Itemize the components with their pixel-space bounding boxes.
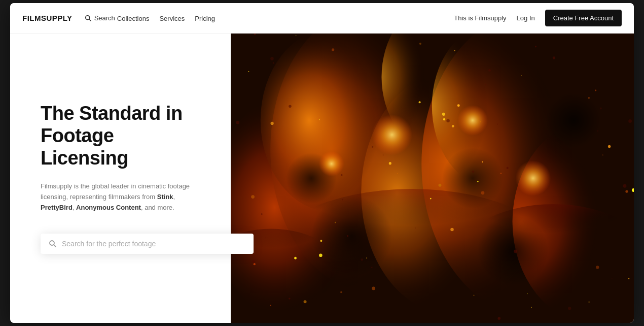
- nav-create-account-button[interactable]: Create Free Account: [545, 10, 622, 26]
- svg-line-3: [54, 245, 56, 247]
- nav-login[interactable]: Log In: [517, 14, 535, 22]
- nav-search-trigger[interactable]: Search: [85, 14, 115, 22]
- hero-heading: The Standard in Footage Licensing: [41, 103, 206, 169]
- nav-item-services[interactable]: Services: [159, 14, 185, 23]
- hero-left-panel: The Standard in Footage Licensing Filmsu…: [10, 34, 231, 323]
- hero-image: [231, 34, 634, 323]
- nav-links: Collections Services Pricing: [117, 14, 215, 23]
- nav-link-pricing[interactable]: Pricing: [195, 15, 215, 22]
- nav-item-collections[interactable]: Collections: [117, 14, 150, 23]
- navbar: FILMSUPPLY Search Collections Services P…: [10, 3, 634, 34]
- hero-section: The Standard in Footage Licensing Filmsu…: [10, 34, 634, 323]
- nav-item-pricing[interactable]: Pricing: [195, 14, 215, 23]
- footage-search-input[interactable]: [62, 240, 245, 248]
- nav-this-is-filmsupply[interactable]: This is Filmsupply: [454, 14, 506, 22]
- search-icon: [85, 15, 92, 22]
- svg-line-1: [89, 19, 91, 21]
- nav-link-services[interactable]: Services: [159, 15, 185, 22]
- browser-window: FILMSUPPLY Search Collections Services P…: [10, 3, 634, 323]
- hero-fire-canvas: [231, 34, 634, 323]
- nav-right: This is Filmsupply Log In Create Free Ac…: [454, 10, 622, 26]
- nav-search-label: Search: [94, 14, 115, 22]
- search-icon-hero: [49, 240, 57, 248]
- nav-link-collections[interactable]: Collections: [117, 15, 150, 22]
- brand-logo[interactable]: FILMSUPPLY: [22, 14, 73, 22]
- svg-point-0: [85, 15, 89, 19]
- hero-description: Filmsupply is the global leader in cinem…: [41, 181, 193, 213]
- highlight-stink: Stink: [157, 193, 173, 201]
- svg-point-2: [50, 241, 54, 245]
- highlight-prettybird: PrettyBird: [41, 204, 73, 211]
- highlight-anonymous: Anonymous Content: [76, 204, 141, 211]
- hero-search-box[interactable]: [41, 234, 254, 254]
